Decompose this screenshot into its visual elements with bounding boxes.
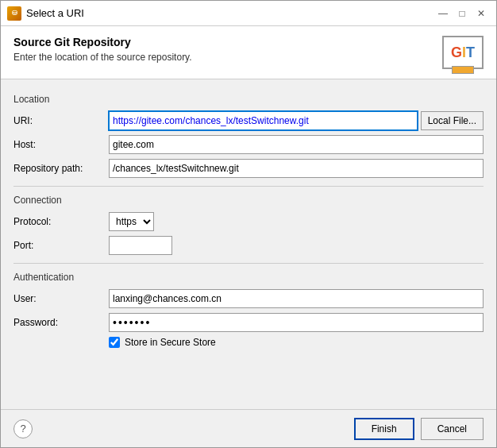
port-input[interactable] [109, 236, 172, 255]
divider-2 [13, 263, 484, 264]
protocol-select[interactable]: https http git ssh [109, 212, 154, 231]
title-bar: ⛁ Select a URI — □ ✕ [1, 1, 496, 26]
port-row: Port: [13, 236, 484, 255]
port-label: Port: [13, 240, 109, 251]
store-secure-row: Store in Secure Store [109, 337, 484, 348]
git-logo: GIT [442, 36, 484, 69]
uri-label: URI: [13, 115, 109, 126]
git-logo-connector [452, 66, 474, 74]
password-input[interactable] [109, 313, 484, 332]
window-icon: ⛁ [7, 6, 21, 21]
help-button[interactable]: ? [13, 419, 33, 438]
user-row: User: [13, 289, 484, 308]
header-area: Source Git Repository Enter the location… [1, 26, 496, 79]
header-title: Source Git Repository [13, 36, 436, 48]
store-secure-label[interactable]: Store in Secure Store [125, 337, 216, 348]
close-button[interactable]: ✕ [472, 5, 490, 22]
authentication-section-label: Authentication [13, 272, 484, 283]
maximize-button[interactable]: □ [453, 5, 471, 22]
password-row: Password: [13, 313, 484, 332]
finish-button[interactable]: Finish [354, 418, 414, 440]
local-file-button[interactable]: Local File... [421, 111, 484, 130]
git-t: T [466, 44, 475, 60]
content-area: Location URI: Local File... Host: Reposi… [1, 79, 496, 409]
user-input[interactable] [109, 289, 484, 308]
header-subtitle: Enter the location of the source reposit… [13, 52, 436, 63]
protocol-label: Protocol: [13, 216, 109, 227]
uri-input[interactable] [109, 111, 418, 130]
window: ⛁ Select a URI — □ ✕ Source Git Reposito… [0, 0, 497, 448]
protocol-row: Protocol: https http git ssh [13, 212, 484, 231]
title-controls: — □ ✕ [434, 5, 490, 22]
window-title: Select a URI [26, 7, 434, 19]
repo-path-label: Repository path: [13, 163, 109, 174]
user-label: User: [13, 293, 109, 304]
minimize-button[interactable]: — [434, 5, 452, 22]
store-secure-checkbox[interactable] [109, 337, 120, 348]
footer: ? Finish Cancel [1, 409, 496, 447]
divider-1 [13, 186, 484, 187]
repo-path-row: Repository path: [13, 159, 484, 178]
host-label: Host: [13, 139, 109, 150]
location-section-label: Location [13, 94, 484, 105]
git-g: G [451, 44, 462, 60]
header-text: Source Git Repository Enter the location… [13, 36, 436, 63]
git-logo-text: GIT [451, 44, 475, 61]
host-row: Host: [13, 135, 484, 154]
password-label: Password: [13, 317, 109, 328]
uri-row: URI: Local File... [13, 111, 484, 130]
host-input[interactable] [109, 135, 484, 154]
cancel-button[interactable]: Cancel [421, 418, 484, 440]
connection-section-label: Connection [13, 195, 484, 206]
repo-path-input[interactable] [109, 159, 484, 178]
footer-buttons: Finish Cancel [354, 418, 484, 440]
